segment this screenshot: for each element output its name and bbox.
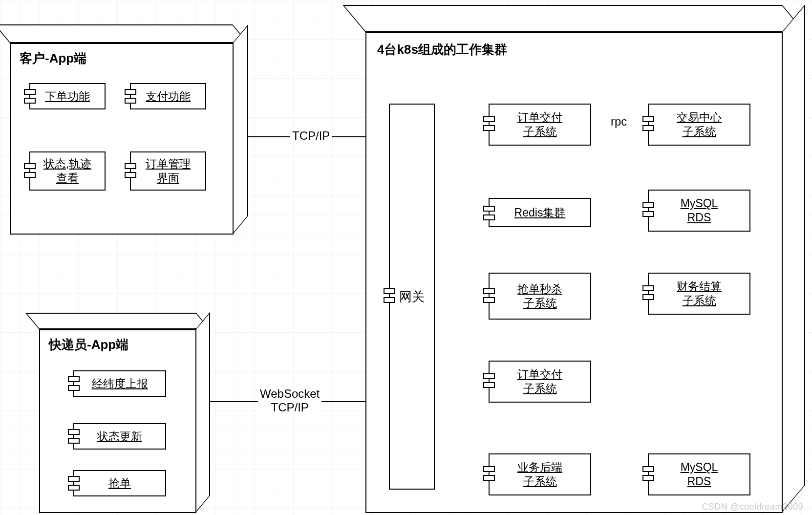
component-seckill: 抢单秒杀 子系统 (489, 273, 591, 320)
component-order-label: 下单功能 (45, 89, 90, 104)
component-pay-label: 支付功能 (146, 89, 191, 104)
component-trade: 交易中心 子系统 (648, 104, 750, 146)
component-deliver-2: 订单交付 子系统 (489, 361, 591, 403)
component-bizback-label: 业务后端 子系统 (517, 460, 562, 489)
component-redis: Redis集群 (489, 198, 591, 227)
component-gateway: 网关 (389, 104, 435, 490)
component-mysql-1: MySQL RDS (648, 190, 750, 232)
component-deliver-1: 订单交付 子系统 (489, 104, 591, 146)
component-status-update: 状态更新 (73, 423, 166, 450)
component-status-update-label: 状态更新 (97, 429, 142, 444)
component-trade-label: 交易中心 子系统 (677, 110, 722, 139)
component-fin-label: 财务结算 子系统 (677, 279, 722, 308)
edge-label-websocket: WebSocket TCP/IP (258, 387, 321, 414)
component-seckill-label: 抢单秒杀 子系统 (517, 282, 562, 310)
watermark: CSDN @cooldream2009 (702, 502, 803, 512)
container-cluster-title: 4台k8s组成的工作集群 (377, 41, 507, 58)
component-order-mgmt: 订单管理 界面 (130, 151, 206, 191)
container-customer-title: 客户-App端 (20, 50, 86, 67)
component-geo-report: 经纬度上报 (73, 370, 166, 397)
component-redis-label: Redis集群 (514, 206, 566, 220)
component-mysql-1-label: MySQL RDS (681, 196, 718, 225)
component-order: 下单功能 (29, 83, 106, 109)
edge-label-rpc: rpc (609, 115, 629, 129)
component-order-mgmt-label: 订单管理 界面 (146, 157, 191, 185)
component-gateway-label: 网关 (399, 288, 425, 305)
component-deliver-2-label: 订单交付 子系统 (517, 367, 562, 396)
component-geo-report-label: 经纬度上报 (92, 377, 148, 391)
component-deliver-1-label: 订单交付 子系统 (517, 110, 562, 139)
container-courier-title: 快递员-App端 (49, 336, 128, 353)
component-pay: 支付功能 (130, 83, 206, 109)
component-status-track-label: 状态,轨迹 查看 (43, 157, 91, 185)
component-grab-label: 抢单 (108, 476, 131, 491)
component-bizback: 业务后端 子系统 (489, 453, 591, 495)
container-customer: 客户-App端 (10, 24, 248, 235)
component-grab: 抢单 (73, 470, 166, 496)
component-mysql-2: MySQL RDS (648, 453, 750, 495)
edge-label-tcp: TCP/IP (290, 129, 332, 143)
component-status-track: 状态,轨迹 查看 (29, 151, 106, 191)
component-fin: 财务结算 子系统 (648, 273, 750, 315)
component-mysql-2-label: MySQL RDS (681, 460, 718, 489)
